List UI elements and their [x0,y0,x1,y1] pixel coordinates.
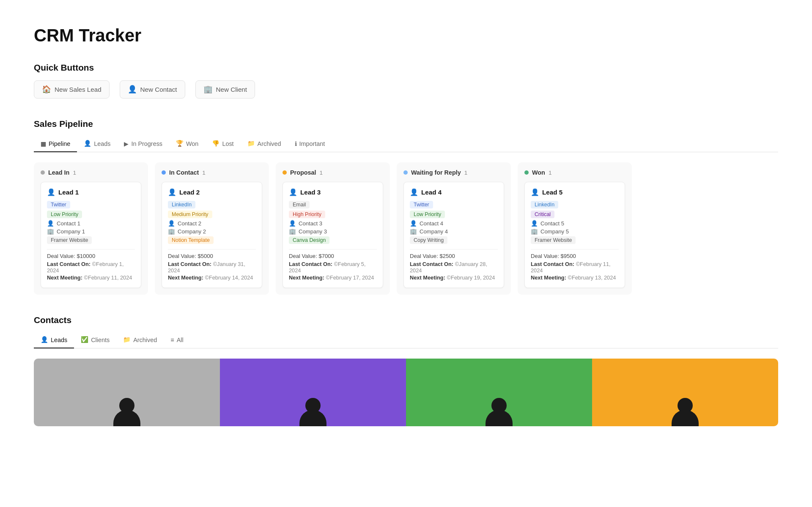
column-in-contact: In Contact 1 👤 Lead 2 LinkedIn Medium Pr… [155,162,269,295]
tab-pipeline-label: Pipeline [49,140,70,147]
contacts-tab-archived[interactable]: 📁 Archived [116,333,164,348]
new-sales-lead-label: New Sales Lead [55,86,102,93]
tab-archived[interactable]: 📁 Archived [241,137,288,152]
contacts-tab-all[interactable]: ≡ All [164,333,190,348]
next-meeting-date: Next Meeting: ©February 14, 2024 [168,274,256,281]
company-icon: 🏢 [168,228,175,235]
lead-contact: 👤 Contact 4 [410,220,498,227]
column-header-lead-in: Lead In 1 [41,169,141,176]
pipeline-tabs: ▦ Pipeline👤 Leads▶ In Progress🏆 Won👎 Los… [34,137,778,152]
contact-card-3[interactable] [406,359,592,426]
tab-in-progress[interactable]: ▶ In Progress [117,137,169,152]
column-title-proposal: Proposal [290,169,316,176]
lead-icon: 👤 [47,188,55,196]
sales-pipeline-section: Sales Pipeline ▦ Pipeline👤 Leads▶ In Pro… [34,119,778,295]
quick-btn-new-client[interactable]: 🏢 New Client [195,80,255,99]
avatar-head-2 [305,398,321,413]
contact-icon: 👤 [289,220,296,227]
column-header-won: Won 1 [524,169,625,176]
tab-important-icon: ℹ [295,140,297,147]
contacts-tab-leads[interactable]: 👤 Leads [34,333,74,348]
avatar-head-3 [491,398,507,413]
lead-contact: 👤 Contact 1 [47,220,135,227]
tab-important-label: Important [299,140,325,147]
tab-pipeline[interactable]: ▦ Pipeline [34,137,77,152]
contacts-section: Contacts 👤 Leads✅ Clients📁 Archived≡ All [34,315,778,426]
tab-leads[interactable]: 👤 Leads [77,137,117,152]
lead-product-tag: Canva Design [289,236,329,244]
last-contact-date: Last Contact On: ©January 31, 2024 [168,261,256,274]
lead-card-title: 👤 Lead 3 [289,188,377,196]
quick-buttons-section: Quick Buttons 🏠 New Sales Lead👤 New Cont… [34,63,778,99]
contact-icon: 👤 [47,220,54,227]
contact-card-1[interactable] [34,359,220,426]
avatar-4 [666,395,704,426]
column-dot-waiting-for-reply [403,170,408,175]
new-contact-label: New Contact [140,86,177,93]
contacts-tab-clients-label: Clients [91,337,110,343]
lead-icon: 👤 [289,188,297,196]
tab-important[interactable]: ℹ Important [288,137,332,152]
lead-card-waiting-for-reply[interactable]: 👤 Lead 4 Twitter Low Priority 👤 Contact … [403,182,504,288]
tab-in-progress-icon: ▶ [124,140,129,147]
avatar-3 [480,395,518,426]
next-meeting-date: Next Meeting: ©February 13, 2024 [531,274,619,281]
tab-lost-icon: 👎 [212,140,219,147]
column-title-in-contact: In Contact [169,169,199,176]
lead-contact: 👤 Contact 3 [289,220,377,227]
company-icon: 🏢 [531,228,538,235]
lead-card-title: 👤 Lead 4 [410,188,498,196]
lead-card-title: 👤 Lead 2 [168,188,256,196]
avatar-2 [294,395,332,426]
contact-card-4[interactable] [592,359,778,426]
lead-icon: 👤 [531,188,539,196]
column-count-proposal: 1 [320,170,323,176]
lead-card-proposal[interactable]: 👤 Lead 3 Email High Priority 👤 Contact 3… [283,182,383,288]
new-client-icon: 🏢 [203,85,213,94]
new-sales-lead-icon: 🏠 [42,85,51,94]
tab-won[interactable]: 🏆 Won [169,137,205,152]
new-client-label: New Client [216,86,247,93]
contact-cards-row [34,359,778,426]
quick-btn-new-contact[interactable]: 👤 New Contact [120,80,185,99]
contacts-tab-clients[interactable]: ✅ Clients [74,333,116,348]
column-dot-won [524,170,529,175]
deal-value: Deal Value: $9500 [531,253,619,259]
next-meeting-date: Next Meeting: ©February 19, 2024 [410,274,498,281]
column-proposal: Proposal 1 👤 Lead 3 Email High Priority … [276,162,390,295]
contacts-tab-leads-icon: 👤 [41,336,48,343]
column-count-lead-in: 1 [73,170,76,176]
quick-btn-new-sales-lead[interactable]: 🏠 New Sales Lead [34,80,110,99]
column-count-won: 1 [549,170,552,176]
column-waiting-for-reply: Waiting for Reply 1 👤 Lead 4 Twitter Low… [397,162,511,295]
column-dot-lead-in [41,170,45,175]
lead-product-tag: Notion Template [168,236,214,244]
column-title-waiting-for-reply: Waiting for Reply [411,169,461,176]
company-icon: 🏢 [410,228,417,235]
column-won: Won 1 👤 Lead 5 LinkedIn Critical 👤 Conta… [518,162,632,295]
contact-icon: 👤 [410,220,417,227]
lead-source-tag: Email [289,201,310,208]
contact-card-2[interactable] [220,359,406,426]
tab-leads-label: Leads [94,140,110,147]
tab-lost[interactable]: 👎 Lost [205,137,240,152]
lead-company: 🏢 Company 5 [531,228,619,235]
lead-company: 🏢 Company 4 [410,228,498,235]
column-dot-proposal [283,170,287,175]
lead-priority-tag: Low Priority [410,211,445,218]
contacts-tab-clients-icon: ✅ [81,336,88,343]
lead-contact: 👤 Contact 2 [168,220,256,227]
lead-source-tag: Twitter [47,201,70,208]
last-contact-date: Last Contact On: ©February 11, 2024 [531,261,619,274]
lead-card-in-contact[interactable]: 👤 Lead 2 LinkedIn Medium Priority 👤 Cont… [162,182,262,288]
contacts-tabs: 👤 Leads✅ Clients📁 Archived≡ All [34,333,778,348]
lead-source-tag: LinkedIn [168,201,195,208]
lead-card-lead-in[interactable]: 👤 Lead 1 Twitter Low Priority 👤 Contact … [41,182,141,288]
contacts-tab-archived-label: Archived [133,337,157,343]
company-icon: 🏢 [47,228,54,235]
lead-icon: 👤 [168,188,176,196]
lead-card-won[interactable]: 👤 Lead 5 LinkedIn Critical 👤 Contact 5 🏢… [524,182,625,288]
deal-value: Deal Value: $2500 [410,253,498,259]
column-header-waiting-for-reply: Waiting for Reply 1 [403,169,504,176]
contacts-tab-all-label: All [177,337,184,343]
